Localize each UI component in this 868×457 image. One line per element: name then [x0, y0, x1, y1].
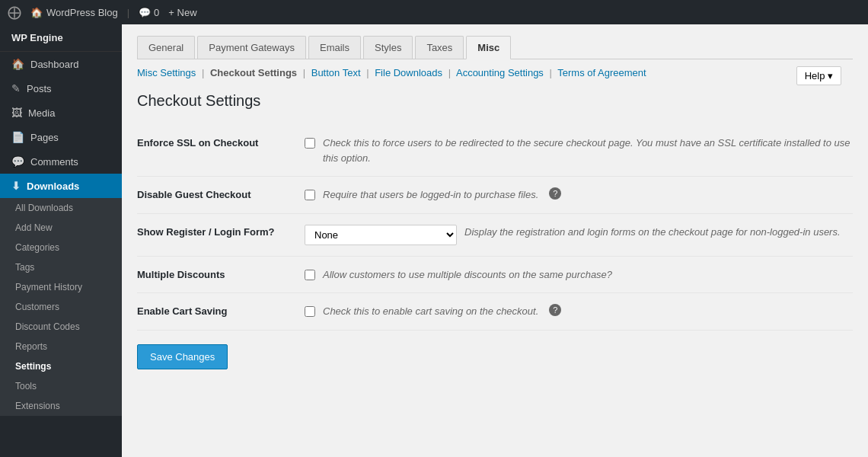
sidebar-item-media[interactable]: 🖼 Media [0, 101, 122, 125]
sidebar-item-tags[interactable]: Tags [0, 257, 122, 277]
tab-taxes[interactable]: Taxes [415, 36, 464, 59]
disable-guest-control: Require that users be logged-in to purch… [305, 187, 853, 203]
disable-guest-desc: Require that users be logged-in to purch… [323, 187, 538, 203]
sidebar-pages-label: Pages [30, 132, 59, 143]
sidebar-item-downloads[interactable]: ⬇ Downloads [0, 174, 122, 198]
house-icon: 🏠 [30, 7, 43, 18]
sidebar-item-extensions[interactable]: Extensions [0, 396, 122, 416]
breadcrumb-sep-3: | [366, 67, 369, 78]
comments-link[interactable]: 💬 0 [139, 7, 159, 18]
sidebar-item-pages[interactable]: 📄 Pages [0, 125, 122, 149]
multiple-discounts-label: Multiple Discounts [137, 267, 289, 280]
sidebar-item-posts[interactable]: ✎ Posts [0, 76, 122, 101]
wp-logo-icon: ⨁ [8, 4, 21, 21]
multiple-discounts-desc: Allow customers to use multiple discount… [323, 267, 612, 283]
disable-guest-help-icon[interactable]: ? [549, 187, 561, 200]
sidebar-item-tools[interactable]: Tools [0, 376, 122, 396]
breadcrumb-sep-1: | [202, 67, 204, 78]
sidebar: WP Engine 🏠 Dashboard ✎ Posts 🖼 Media 📄 … [0, 24, 122, 457]
sidebar-item-add-new[interactable]: Add New [0, 218, 122, 238]
page-title: Checkout Settings [137, 92, 853, 110]
posts-icon: ✎ [11, 82, 21, 94]
new-label: + New [168, 7, 196, 18]
sidebar-item-customers[interactable]: Customers [0, 297, 122, 317]
new-link[interactable]: + New [168, 7, 196, 18]
cart-saving-checkbox[interactable] [305, 306, 315, 317]
multiple-discounts-control: Allow customers to use multiple discount… [305, 267, 853, 283]
add-new-label: Add New [15, 222, 53, 233]
register-login-label: Show Register / Login Form? [137, 225, 289, 238]
sidebar-item-settings[interactable]: Settings [0, 356, 122, 376]
sidebar-item-comments[interactable]: 💬 Comments [0, 149, 122, 174]
sidebar-item-reports[interactable]: Reports [0, 337, 122, 356]
admin-bar: ⨁ 🏠 WordPress Blog | 💬 0 + New [0, 0, 868, 24]
tools-label: Tools [15, 381, 37, 391]
sidebar-item-dashboard[interactable]: 🏠 Dashboard [0, 52, 122, 76]
cart-saving-help-icon[interactable]: ? [549, 304, 561, 316]
settings-form: Enforce SSL on Checkout Check this to fo… [137, 125, 853, 331]
setting-row-cart-saving: Enable Cart Saving Check this to enable … [137, 293, 853, 331]
sidebar-item-payment-history[interactable]: Payment History [0, 277, 122, 297]
sidebar-media-label: Media [28, 107, 55, 119]
tabs-bar: General Payment Gateways Emails Styles T… [137, 36, 853, 59]
tab-emails[interactable]: Emails [308, 36, 361, 59]
sidebar-item-categories[interactable]: Categories [0, 238, 122, 257]
breadcrumb-button-text[interactable]: Button Text [311, 67, 361, 78]
reports-label: Reports [15, 341, 47, 352]
tab-payment-gateways[interactable]: Payment Gateways [197, 36, 306, 59]
pages-icon: 📄 [11, 131, 24, 143]
cart-saving-label: Enable Cart Saving [137, 304, 289, 317]
setting-row-multiple-discounts: Multiple Discounts Allow customers to us… [137, 257, 853, 294]
extensions-label: Extensions [15, 401, 60, 411]
breadcrumb-misc-settings[interactable]: Misc Settings [137, 67, 196, 78]
breadcrumb-sep-2: | [303, 67, 305, 78]
payment-history-label: Payment History [15, 282, 82, 292]
sidebar-downloads-label: Downloads [27, 181, 79, 192]
disable-guest-label: Disable Guest Checkout [137, 187, 289, 200]
breadcrumb-accounting-settings[interactable]: Accounting Settings [456, 67, 544, 78]
disable-guest-checkbox[interactable] [305, 190, 315, 200]
sidebar-item-all-downloads[interactable]: All Downloads [0, 198, 122, 218]
sidebar-submenu-downloads: All Downloads Add New Categories Tags Pa… [0, 198, 122, 416]
setting-row-enforce-ssl: Enforce SSL on Checkout Check this to fo… [137, 125, 853, 177]
enforce-ssl-label: Enforce SSL on Checkout [137, 136, 289, 149]
register-login-select-wrapper: None Registration Login Both Display the… [305, 225, 841, 245]
multiple-discounts-checkbox[interactable] [305, 270, 315, 280]
tab-general[interactable]: General [137, 36, 195, 59]
register-login-control: None Registration Login Both Display the… [305, 225, 853, 245]
comments-count: 0 [154, 7, 159, 18]
site-name[interactable]: 🏠 WordPress Blog [30, 7, 118, 18]
comment-bubble-icon: 💬 [139, 7, 151, 18]
sidebar-dashboard-label: Dashboard [30, 59, 79, 70]
enforce-ssl-checkbox[interactable] [305, 138, 315, 149]
sidebar-brand[interactable]: WP Engine [0, 24, 122, 52]
sidebar-posts-label: Posts [27, 83, 52, 94]
cart-saving-desc: Check this to enable cart saving on the … [323, 304, 538, 319]
dashboard-icon: 🏠 [11, 58, 24, 70]
sidebar-comments-label: Comments [30, 156, 78, 168]
breadcrumb-sep-5: | [550, 67, 552, 78]
customers-label: Customers [15, 302, 59, 312]
breadcrumb: Misc Settings | Checkout Settings | Butt… [137, 67, 853, 78]
tags-label: Tags [15, 262, 34, 273]
register-login-select[interactable]: None Registration Login Both [305, 225, 457, 245]
discount-codes-label: Discount Codes [15, 321, 80, 332]
divider: | [127, 7, 129, 18]
main-content: Help ▾ General Payment Gateways Emails S… [122, 24, 868, 457]
all-downloads-label: All Downloads [15, 203, 73, 213]
breadcrumb-file-downloads[interactable]: File Downloads [375, 67, 442, 78]
save-changes-button[interactable]: Save Changes [137, 344, 228, 369]
enforce-ssl-control: Check this to force users to be redirect… [305, 136, 853, 165]
setting-row-disable-guest: Disable Guest Checkout Require that user… [137, 177, 853, 214]
categories-label: Categories [15, 242, 59, 253]
cart-saving-control: Check this to enable cart saving on the … [305, 304, 853, 319]
setting-row-register-login: Show Register / Login Form? None Registr… [137, 214, 853, 257]
breadcrumb-checkout-settings: Checkout Settings [210, 67, 297, 78]
help-button[interactable]: Help ▾ [796, 66, 841, 85]
tab-styles[interactable]: Styles [363, 36, 413, 59]
sidebar-brand-name: WP Engine [11, 32, 63, 43]
breadcrumb-terms-of-agreement[interactable]: Terms of Agreement [557, 67, 646, 78]
sidebar-item-discount-codes[interactable]: Discount Codes [0, 317, 122, 337]
tab-misc[interactable]: Misc [466, 36, 511, 59]
downloads-icon: ⬇ [11, 180, 21, 192]
